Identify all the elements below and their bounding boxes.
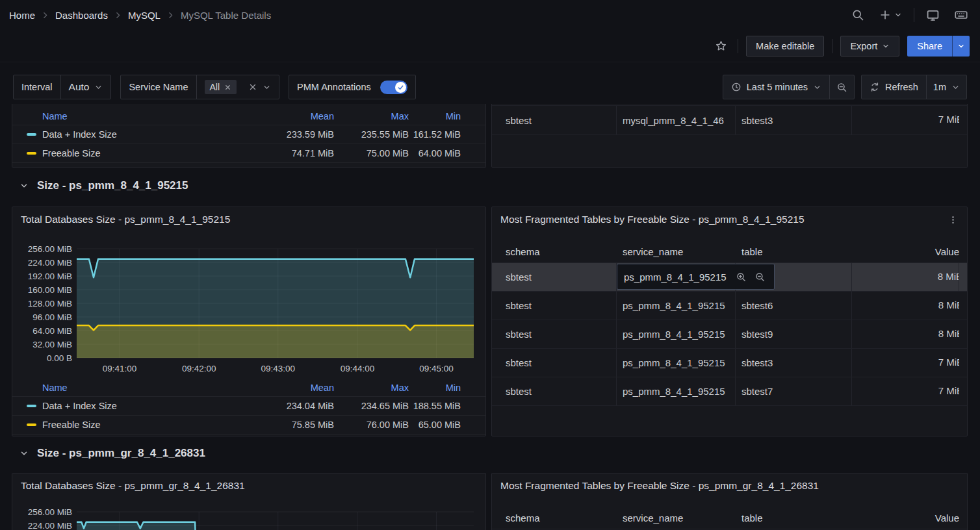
panel-most-fragmented-tables-26831: Most Fragmented Tables by Freeable Size … bbox=[491, 473, 968, 530]
section-row-size-95215[interactable]: Size - ps_pmm_8_4_1_95215 bbox=[19, 179, 188, 192]
column-header-schema[interactable]: schema bbox=[500, 246, 617, 257]
panel-title[interactable]: Most Fragmented Tables by Freeable Size … bbox=[500, 214, 805, 225]
refresh-button[interactable]: Refresh bbox=[862, 75, 927, 99]
search-icon bbox=[851, 8, 864, 21]
table-header-row: schema service_name table Value bbox=[492, 507, 967, 529]
column-header-value[interactable]: Value bbox=[852, 246, 959, 257]
cell-table: sbtest3 bbox=[736, 106, 852, 134]
legend-min-value: 161.52 MiB bbox=[409, 129, 461, 140]
cell-table: sbtest3 bbox=[736, 349, 852, 377]
table-row[interactable]: sbtest ps_pmm_8_4_1_95215 sbtest7 7 MiB bbox=[492, 377, 967, 406]
refresh-control: Refresh 1m bbox=[861, 75, 967, 99]
filter-out-value-button[interactable] bbox=[753, 270, 767, 284]
cell-table: sbtest9 bbox=[736, 320, 852, 348]
legend-series-name[interactable]: Data + Index Size bbox=[20, 129, 259, 140]
service-name-chip[interactable]: All bbox=[205, 80, 237, 94]
refresh-interval-select[interactable]: 1m bbox=[927, 75, 966, 99]
table-row-hovered[interactable]: sbtest 8 MiB ps_pmm_8_4_1_95215 bbox=[492, 263, 967, 292]
top-navigation-bar: Home Dashboards MySQL MySQL Table Detail… bbox=[0, 0, 980, 30]
panel-title[interactable]: Total Databases Size - ps_pmm_gr_8_4_1_2… bbox=[21, 480, 245, 492]
legend-series-name[interactable]: Freeable Size bbox=[20, 420, 259, 430]
legend-header-max[interactable]: Max bbox=[391, 383, 409, 393]
keyboard-shortcuts-button[interactable] bbox=[951, 5, 971, 25]
magnifier-minus-icon bbox=[754, 271, 766, 283]
export-button[interactable]: Export bbox=[840, 36, 899, 57]
time-range-picker[interactable]: Last 5 minutes bbox=[723, 75, 830, 99]
table-row[interactable]: sbtest ps_pmm_8_4_1_95215 sbtest9 8 MiB bbox=[492, 320, 967, 349]
legend-series-name[interactable]: Data + Index Size bbox=[20, 401, 259, 411]
legend-header-name[interactable]: Name bbox=[20, 383, 68, 393]
svg-text:256.00 MiB: 256.00 MiB bbox=[28, 507, 72, 517]
toolbar-divider bbox=[738, 39, 738, 53]
cell-schema: sbtest bbox=[500, 349, 617, 377]
panel-total-databases-size-partial: Name Mean Max Min Data + Index Size 233.… bbox=[12, 104, 486, 168]
interval-value: Auto bbox=[69, 81, 90, 93]
column-header-value[interactable]: Value bbox=[852, 512, 959, 524]
search-button[interactable] bbox=[849, 6, 867, 24]
column-header-service-name[interactable]: service_name bbox=[617, 246, 736, 257]
add-button[interactable] bbox=[876, 6, 905, 24]
chevron-down-icon bbox=[94, 83, 103, 92]
zoom-out-time-button[interactable] bbox=[830, 75, 854, 99]
interval-label: Interval bbox=[14, 75, 61, 99]
chevron-down-icon bbox=[882, 42, 890, 50]
share-menu-button[interactable] bbox=[952, 36, 970, 57]
clear-selection-icon[interactable] bbox=[248, 82, 257, 92]
cell-service-name: ps_pmm_8_4_1_95215 bbox=[617, 377, 736, 405]
cell-value: 8 MiB bbox=[852, 263, 959, 291]
legend-header-name[interactable]: Name bbox=[20, 111, 68, 121]
star-icon bbox=[715, 40, 727, 52]
cell-schema: sbtest bbox=[500, 320, 617, 348]
legend-header-mean[interactable]: Mean bbox=[311, 383, 334, 393]
magnifier-plus-icon bbox=[736, 271, 747, 283]
legend-header-max[interactable]: Max bbox=[391, 111, 409, 121]
cell-value: 7 MiB bbox=[852, 349, 959, 377]
legend-series-name[interactable]: Freeable Size bbox=[20, 148, 259, 158]
cell-table: sbtest6 bbox=[736, 292, 852, 320]
cell-schema: sbtest bbox=[500, 377, 617, 405]
legend-header-min[interactable]: Min bbox=[446, 383, 461, 393]
column-header-service-name[interactable]: service_name bbox=[617, 512, 736, 524]
breadcrumb-dashboards[interactable]: Dashboards bbox=[55, 10, 108, 21]
filter-for-value-button[interactable] bbox=[734, 270, 748, 284]
keyboard-icon bbox=[954, 8, 968, 22]
share-button[interactable]: Share bbox=[907, 36, 952, 57]
svg-text:64.00 MiB: 64.00 MiB bbox=[32, 326, 72, 336]
section-row-size-26831[interactable]: Size - ps_pmm_gr_8_4_1_26831 bbox=[19, 447, 205, 460]
service-name-select[interactable]: All bbox=[197, 75, 279, 99]
panel-most-fragmented-partial: sbtest mysql_pmm_8_4_1_46 sbtest3 7 MiB bbox=[491, 104, 968, 168]
kiosk-mode-button[interactable] bbox=[923, 6, 942, 25]
chevron-down-icon bbox=[19, 181, 29, 190]
column-header-table[interactable]: table bbox=[736, 512, 852, 524]
breadcrumb-separator-icon bbox=[41, 11, 49, 19]
table-row[interactable]: sbtest mysql_pmm_8_4_1_46 sbtest3 7 MiB bbox=[492, 105, 967, 135]
panel-title[interactable]: Most Fragmented Tables by Freeable Size … bbox=[500, 480, 819, 492]
chevron-down-icon bbox=[263, 83, 271, 92]
legend-header-row: Name Mean Max Min bbox=[12, 107, 485, 125]
timeseries-chart[interactable]: 256.00 MiB224.00 MiB192.00 MiB160.00 MiB… bbox=[12, 241, 485, 379]
column-header-table[interactable]: table bbox=[736, 246, 852, 257]
pmm-annotations-toggle[interactable] bbox=[380, 81, 407, 94]
time-controls: Last 5 minutes Refresh 1m bbox=[723, 75, 967, 99]
share-split-button: Share bbox=[907, 36, 970, 57]
panel-total-databases-size: Total Databases Size - ps_pmm_8_4_1_9521… bbox=[12, 207, 486, 436]
breadcrumb-home[interactable]: Home bbox=[9, 10, 35, 21]
zoom-out-icon bbox=[836, 82, 847, 93]
table-row[interactable]: sbtest ps_pmm_8_4_1_95215 sbtest6 8 MiB bbox=[492, 292, 967, 320]
panel-title[interactable]: Total Databases Size - ps_pmm_8_4_1_9521… bbox=[21, 214, 230, 225]
star-dashboard-button[interactable] bbox=[712, 37, 730, 55]
breadcrumb-mysql[interactable]: MySQL bbox=[128, 10, 161, 21]
make-editable-button[interactable]: Make editable bbox=[746, 36, 824, 57]
timeseries-chart[interactable]: 256.00 MiB224.00 MiB bbox=[12, 503, 485, 530]
svg-text:32.00 MiB: 32.00 MiB bbox=[32, 340, 72, 349]
svg-text:0.00 B: 0.00 B bbox=[47, 353, 72, 363]
legend-header-min[interactable]: Min bbox=[446, 111, 461, 121]
column-header-schema[interactable]: schema bbox=[500, 512, 617, 524]
breadcrumb-separator-icon bbox=[114, 11, 122, 19]
interval-select[interactable]: Auto bbox=[61, 75, 111, 99]
legend-header-mean[interactable]: Mean bbox=[311, 111, 334, 121]
close-icon[interactable] bbox=[224, 84, 231, 91]
cell-text: ps_pmm_8_4_1_95215 bbox=[624, 271, 727, 283]
panel-menu-button[interactable] bbox=[946, 212, 961, 229]
table-row[interactable]: sbtest ps_pmm_8_4_1_95215 sbtest3 7 MiB bbox=[492, 349, 967, 377]
